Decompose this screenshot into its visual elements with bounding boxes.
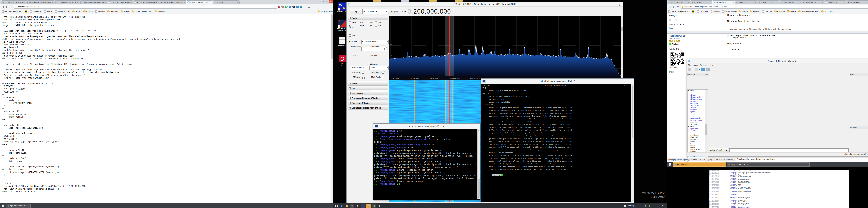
buffer-item[interactable]: Shadowrunner	[688, 149, 708, 151]
buffer-item[interactable]: Furnet	[688, 126, 708, 128]
browser-tab[interactable]: B $1000 Price ✕	[735, 0, 758, 4]
taskbar-sdr-icon[interactable]	[377, 204, 381, 208]
bookmark-item[interactable]: Hardware	[774, 10, 785, 13]
configure-button[interactable]: Configure	[388, 9, 400, 14]
send-button[interactable]: ▶	[725, 148, 729, 152]
ie-tab-icon[interactable]: e	[296, 5, 299, 8]
mode-radio[interactable]: NFM	[349, 21, 356, 24]
taskbar-putty-icon[interactable]	[361, 204, 365, 208]
swap-iq-checkbox[interactable]: Swap I & Q	[372, 72, 385, 74]
putty-titlebar[interactable]: exherbo.luisaranguren.com - PuTTY –	[481, 78, 634, 84]
other-bookmarks[interactable]: Other bookmarks	[318, 10, 335, 12]
tray-expand-icon[interactable]: ▴	[640, 204, 643, 207]
scrollbar-thumb[interactable]	[331, 14, 333, 59]
scrollbar-thumb[interactable]	[631, 86, 633, 138]
bookmark-item[interactable]: Instant Shorten	[55, 10, 70, 13]
connect-icon[interactable]	[688, 68, 691, 71]
browser-tab[interactable]: SC SC Technical Studies Referen ✕	[54, 0, 81, 4]
minimize-button[interactable]: –	[632, 79, 633, 84]
collapsed-section-header[interactable]: +Frequency Manager (Plugin)	[348, 96, 388, 100]
buffer-item[interactable]: #reprap	[688, 100, 708, 102]
bookmark-item[interactable]: Y	[692, 10, 694, 13]
fft-spectrum[interactable]: 0-10-20-30-40	[389, 16, 621, 76]
buffer-item[interactable]: #postfixadmin	[688, 117, 708, 119]
mark-peaks-checkbox[interactable]: Mark Peaks	[371, 76, 384, 78]
buffer-item[interactable]: #mtgoxlive	[688, 115, 708, 117]
bookmark-star-icon[interactable]: ☆	[274, 5, 276, 8]
buffer-item[interactable]: #geekfurs	[688, 128, 708, 130]
buffer-item[interactable]: DoggieStyle	[688, 134, 708, 136]
buffer-item[interactable]: Schnitzel	[688, 140, 708, 142]
desktop-icon-sliver[interactable]	[401, 0, 409, 2]
tab-close-icon[interactable]: ✕	[26, 2, 27, 3]
bookmark-item[interactable]: Hardware	[107, 10, 119, 13]
nicks-dock-header[interactable]: Nicks❐×	[849, 73, 868, 76]
mode-radio[interactable]: CW	[366, 25, 373, 29]
tab-close-icon[interactable]: ✕	[131, 2, 133, 3]
maximize-button[interactable]: □	[325, 0, 329, 3]
frequency-display[interactable]: 0.200.000.000	[408, 8, 451, 15]
taskbar-quassel-button[interactable]: RC - wouter...	[673, 163, 726, 167]
bookmark-item[interactable]: Bitcoin	[72, 10, 81, 13]
tab-close-icon[interactable]: ✕	[688, 2, 689, 3]
slider-thumb[interactable]	[621, 27, 623, 31]
collapsed-section-header[interactable]: +Audio	[348, 81, 388, 85]
message-input[interactable]	[730, 148, 848, 152]
tuned-frequency-line[interactable]	[449, 16, 450, 76]
fm-stereo-checkbox[interactable]: FM Stereo ✓	[353, 76, 365, 79]
bookmark-item[interactable]: Nootropics	[822, 10, 833, 13]
collapsed-section-header[interactable]: +AGC	[348, 86, 388, 91]
buffer-item[interactable]: #zoo	[688, 142, 708, 144]
browser-tab[interactable]: b blockchained ✕	[690, 0, 713, 4]
tab-close-icon[interactable]: ✕	[210, 2, 212, 3]
bookmark-item[interactable]: select all	[95, 10, 105, 13]
browser-tab[interactable]: SC SC Automated Trading From ✕	[27, 0, 55, 4]
browser-tab[interactable]: UniTrunker Guide - UtahR ✕	[107, 0, 134, 4]
menu-item[interactable]: Help	[710, 64, 713, 66]
buffer-item[interactable]: #bitcoin	[688, 94, 708, 96]
start-button[interactable]	[1, 204, 5, 208]
browser-tab[interactable]: How to link UniTrunker wi ✕	[81, 0, 107, 4]
mode-radio[interactable]: RAW	[375, 25, 382, 29]
putty-titlebar[interactable]: exherbo.luisaranguren.com - PuTTY –	[373, 124, 480, 129]
buffer-item[interactable]: #bitcoin-dev	[688, 105, 708, 107]
bookmark-item[interactable]: Nootropics	[155, 10, 167, 13]
scrollbar-thumb[interactable]	[478, 179, 479, 197]
close-button[interactable]: ×	[621, 3, 622, 7]
tray-chevron[interactable]: »	[636, 204, 639, 207]
all-chats-dock-header[interactable]: All Chats❐×	[687, 73, 709, 76]
taskbar-ie-icon[interactable]: e	[340, 204, 344, 208]
ghost-extension-icon[interactable]: ☃	[289, 5, 291, 8]
lock-extension-icon[interactable]: 🔒	[292, 5, 295, 8]
browser-tab[interactable]: SC SC autotrader - Sierra Chart ✕	[1, 0, 28, 4]
disconnect-icon[interactable]	[695, 68, 698, 71]
profile-icon[interactable]	[669, 19, 671, 22]
buffer-item[interactable]: Blue_Wolf	[688, 136, 708, 138]
reload-button[interactable]: ↻	[10, 5, 13, 8]
omnibox[interactable]: https://bitcointalk.org/index.php?topic=…	[681, 5, 868, 9]
browser-tab[interactable]: ¥ ¥5,579 BTC-C ✕	[668, 0, 691, 4]
browser-tab[interactable]: C Coinbase - Yo ✕	[757, 0, 780, 4]
taskbar-chrome-button[interactable]: Do you think Coinba...	[727, 163, 810, 167]
taskbar-utorrent-icon[interactable]: µ	[372, 204, 376, 208]
bookmark-item[interactable]: InstaPaper	[697, 10, 708, 13]
m-extension-icon[interactable]: M	[300, 5, 302, 8]
correct-iq-checkbox[interactable]: Correct IQ	[352, 72, 364, 74]
taskbar-bitcoin-app-icon[interactable]: B	[355, 204, 360, 208]
tab-close-icon[interactable]: ✕	[78, 2, 80, 3]
collapsed-section-header[interactable]: +FFT Display	[348, 91, 388, 95]
buffer-item[interactable]: #webos-intern...	[688, 119, 708, 121]
tab-close-icon[interactable]: ✕	[184, 2, 185, 3]
terminal-scrollbar[interactable]	[477, 129, 480, 199]
new-pms-dock-header[interactable]: New PMs❐×	[849, 126, 868, 129]
start-button[interactable]	[668, 163, 672, 166]
taskbar-explorer-icon[interactable]	[345, 204, 349, 208]
mode-radio[interactable]: AM	[358, 21, 365, 24]
chat-view[interactable]: [27/11|08:21:53] <wouter> welcome to my …	[709, 170, 849, 208]
bookmark-item[interactable]: Bookedmarked Tem...	[132, 10, 153, 13]
menu-item[interactable]: Settings	[700, 64, 707, 66]
message-icon[interactable]	[675, 19, 677, 22]
taskbar-quassel-icon[interactable]	[366, 204, 371, 208]
tab-close-icon[interactable]: ✕	[822, 2, 824, 3]
bookmark-item[interactable]: Shorten	[711, 10, 720, 13]
